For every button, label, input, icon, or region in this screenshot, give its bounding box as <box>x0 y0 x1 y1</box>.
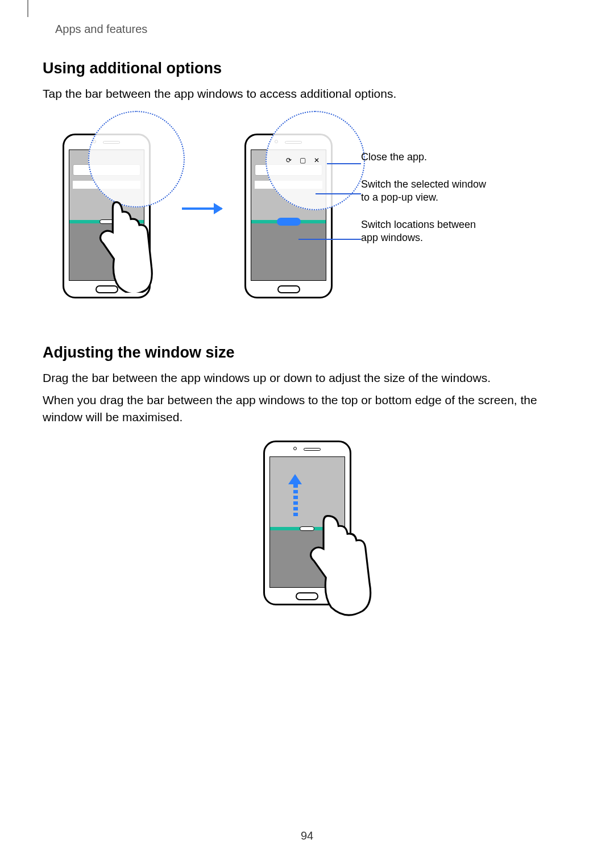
close-app-icon: ✕ <box>314 156 320 164</box>
camera-dot <box>293 447 297 450</box>
figure-additional-options: ⟳ ▢ ✕ Close the app. Switch the selected… <box>43 117 571 315</box>
magnify-bubble-left <box>88 111 185 207</box>
arrow-up-icon <box>293 474 298 514</box>
speaker-slot <box>304 448 321 451</box>
hand-icon <box>297 509 394 622</box>
page-content: Using additional options Tap the bar bet… <box>43 60 571 611</box>
section-header: Apps and features <box>55 23 147 36</box>
magnify-bubble-right: ⟳ ▢ ✕ <box>265 111 365 210</box>
callout-popup-view: Switch the selected window to a pop-up v… <box>361 178 492 205</box>
page-number: 94 <box>0 829 614 842</box>
body-adjust-window-1: Drag the bar between the app windows up … <box>43 369 571 387</box>
page-tab-mark <box>27 0 28 17</box>
body-additional-options: Tap the bar between the app windows to a… <box>43 85 571 102</box>
figure-adjust-window <box>43 441 571 611</box>
bottom-app-pane <box>251 222 326 280</box>
arrow-right-icon <box>182 207 222 210</box>
body-adjust-window-2: When you drag the bar between the app wi… <box>43 392 571 426</box>
callout-lead-line <box>316 193 361 194</box>
divider-handle-expanded <box>277 218 301 226</box>
popup-view-icon: ▢ <box>300 156 306 164</box>
heading-additional-options: Using additional options <box>43 60 571 77</box>
hand-icon <box>82 196 156 293</box>
callout-switch-locations: Switch locations between app windows. <box>361 218 492 245</box>
home-button <box>277 285 300 293</box>
callout-labels: Close the app. Switch the selected windo… <box>361 151 492 258</box>
callout-lead-line <box>298 239 361 240</box>
callout-close-app: Close the app. <box>361 151 492 164</box>
heading-adjust-window: Adjusting the window size <box>43 344 571 362</box>
callout-lead-line <box>327 163 361 164</box>
switch-locations-icon: ⟳ <box>286 156 292 164</box>
